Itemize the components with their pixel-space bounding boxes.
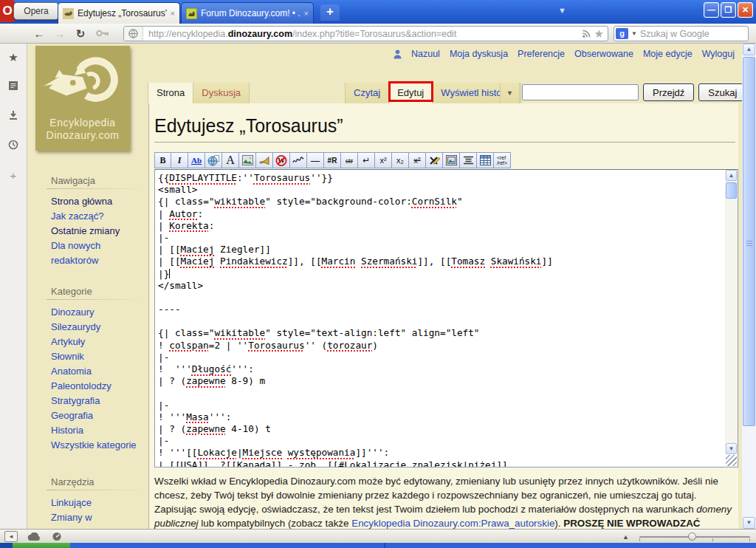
page-viewport: ★ +: [0, 44, 756, 529]
bold-icon[interactable]: B: [154, 152, 171, 168]
resize-grip[interactable]: [726, 455, 737, 466]
scroll-down-icon[interactable]: ▼: [726, 443, 737, 454]
strike-icon[interactable]: str: [341, 152, 358, 168]
scroll-up-icon[interactable]: ▲: [743, 44, 755, 55]
strike-sup-icon[interactable]: x²: [409, 152, 426, 168]
blockquote-icon[interactable]: [460, 152, 477, 168]
sidebar-item-jak-zacząć?[interactable]: Jak zacząć?: [51, 209, 148, 224]
personal-link-obserwowane[interactable]: Obserwowane: [574, 49, 633, 59]
gallery-icon[interactable]: [443, 152, 460, 168]
windows-taskbar[interactable]: [0, 543, 756, 548]
forward-icon[interactable]: →: [52, 27, 68, 41]
bookmark-star-icon[interactable]: ★: [594, 27, 604, 41]
image-icon[interactable]: [239, 152, 256, 168]
notes-icon[interactable]: [6, 81, 21, 95]
wiki-search-input[interactable]: [522, 84, 639, 100]
window-scrollbar[interactable]: ▲ ▼: [742, 44, 756, 529]
history-clock-icon[interactable]: [6, 140, 21, 154]
search-engine-chevron-icon[interactable]: ▼: [631, 30, 637, 37]
tab-strona[interactable]: Strona: [148, 83, 193, 103]
redirect-icon[interactable]: #R: [324, 152, 341, 168]
personal-link-wyloguj[interactable]: Wyloguj: [702, 49, 735, 59]
headline-icon[interactable]: A: [222, 152, 239, 168]
scroll-thumb[interactable]: [743, 57, 755, 426]
sidebar-item-silezaurydy[interactable]: Silezaurydy: [51, 320, 148, 335]
sidebar-item-anatomia[interactable]: Anatomia: [51, 364, 148, 379]
wiki-page: Encyklopedia Dinozaury.com NawigacjaStro…: [28, 44, 742, 529]
edit-textarea[interactable]: {{DISPLAYTITLE:''Torosaurus''}}<small>{|…: [154, 169, 738, 467]
sidebar-item-linkujące[interactable]: Linkujące: [51, 496, 148, 510]
sidebar-item-ostatnie-zmiany[interactable]: Ostatnie zmiany: [51, 224, 148, 239]
fit-width-icon[interactable]: ▲: [622, 533, 629, 541]
back-icon[interactable]: ←: [31, 27, 47, 41]
tab-menu-chevron-icon[interactable]: ▼: [500, 83, 520, 103]
opera-menu-button[interactable]: Opera: [13, 2, 59, 20]
sidebar-item-zmiany-w-dolinkowanych[interactable]: Zmiany w dolinkowanych: [51, 510, 148, 529]
zoom-slider[interactable]: [639, 532, 750, 542]
personal-link-moje-edycje[interactable]: Moje edycje: [643, 49, 693, 59]
reload-icon[interactable]: ↻: [72, 27, 89, 41]
scroll-down-icon[interactable]: ▼: [743, 517, 755, 529]
sidebar-item-wszystkie-kategorie[interactable]: Wszystkie kategorie: [51, 438, 148, 453]
textarea-scroll-thumb[interactable]: [726, 182, 737, 199]
unite-cloud-icon[interactable]: [27, 532, 42, 541]
internal-link-icon[interactable]: Ab: [188, 152, 205, 168]
namespace-tabs: StronaDyskusja: [148, 83, 250, 103]
tab-list-chevron-icon[interactable]: ▼: [558, 6, 566, 15]
tab-close-icon[interactable]: ×: [171, 9, 175, 18]
tab-czytaj[interactable]: Czytaj: [345, 83, 388, 103]
sidebar-item-słownik[interactable]: Słownik: [51, 349, 148, 364]
url-field[interactable]: http://encyklopedia.dinozaury.com/index.…: [123, 26, 608, 41]
scroll-up-icon[interactable]: ▲: [726, 170, 737, 181]
key-icon[interactable]: [94, 27, 111, 41]
sidebar-item-dla-nowych-redaktorów[interactable]: Dla nowych redaktorów: [51, 239, 148, 268]
table-icon[interactable]: [477, 152, 494, 168]
sidebar-section-narzędzia: NarzędziaLinkująceZmiany w dolinkowanych…: [28, 476, 148, 529]
superscript-icon[interactable]: x²: [375, 152, 392, 168]
go-button[interactable]: Przejdź: [643, 83, 694, 101]
sidebar-item-strona-główna[interactable]: Strona główna: [51, 194, 148, 209]
delete-icon[interactable]: [426, 152, 443, 168]
copyright-link[interactable]: Encyklopedia Dinozaury.com:Prawa_autorsk…: [351, 518, 554, 529]
nowiki-icon[interactable]: W: [273, 152, 290, 168]
signature-icon[interactable]: [290, 152, 307, 168]
linebreak-icon[interactable]: ↵: [358, 152, 375, 168]
close-button[interactable]: ✕: [738, 2, 753, 18]
bookmarks-star-icon[interactable]: ★: [6, 51, 21, 66]
rss-icon[interactable]: [582, 29, 591, 38]
personal-link-moja-dyskusja[interactable]: Moja dyskusja: [450, 49, 508, 59]
turbo-gauge-icon[interactable]: [52, 532, 62, 541]
restore-button[interactable]: ❐: [721, 2, 736, 18]
tab-dyskusja[interactable]: Dyskusja: [193, 83, 250, 103]
sidebar-item-geografia[interactable]: Geografia: [51, 408, 148, 423]
sidebar-item-paleontolodzy[interactable]: Paleontolodzy: [51, 379, 148, 394]
hr-icon[interactable]: —: [307, 152, 324, 168]
zoom-slider-knob[interactable]: [688, 532, 696, 541]
add-panel-icon[interactable]: +: [6, 169, 21, 184]
textarea-scrollbar[interactable]: ▲ ▼: [725, 170, 738, 454]
wikitext-line: ! '''Masa''':: [158, 411, 725, 423]
ref-icon[interactable]: <ref /ref>: [494, 152, 511, 168]
minimize-button[interactable]: —: [704, 2, 719, 18]
sidebar-item-historia[interactable]: Historia: [51, 423, 148, 438]
sidebar-item-dinozaury[interactable]: Dinozaury: [51, 305, 148, 320]
tab-edytuj[interactable]: Edytuj: [388, 83, 432, 103]
new-tab-button[interactable]: +: [320, 4, 340, 21]
start-button[interactable]: [13, 543, 70, 548]
italic-icon[interactable]: I: [171, 152, 188, 168]
tab-close-icon[interactable]: ×: [304, 9, 309, 18]
sidebar-item-stratygrafia[interactable]: Stratygrafia: [51, 394, 148, 408]
sidebar-item-artykuły[interactable]: Artykuły: [51, 335, 148, 349]
panel-toggle-icon[interactable]: ◂: [4, 531, 18, 542]
search-placeholder: Szukaj w Google: [640, 29, 709, 39]
search-field[interactable]: g ▼ Szukaj w Google: [614, 26, 749, 41]
personal-link-preferencje[interactable]: Preferencje: [518, 49, 565, 59]
external-link-icon[interactable]: [205, 152, 222, 168]
browser-tab-active[interactable]: Edytujesz „Torosaurus” ... ×: [58, 2, 180, 24]
browser-tab-inactive[interactable]: Forum Dinozaury.com! • ... ×: [181, 2, 314, 24]
subscript-icon[interactable]: x₂: [392, 152, 409, 168]
media-icon[interactable]: [256, 152, 273, 168]
search-button[interactable]: Szukaj: [698, 83, 746, 101]
downloads-icon[interactable]: [6, 110, 21, 125]
personal-link-nazuul[interactable]: Nazuul: [411, 49, 440, 59]
